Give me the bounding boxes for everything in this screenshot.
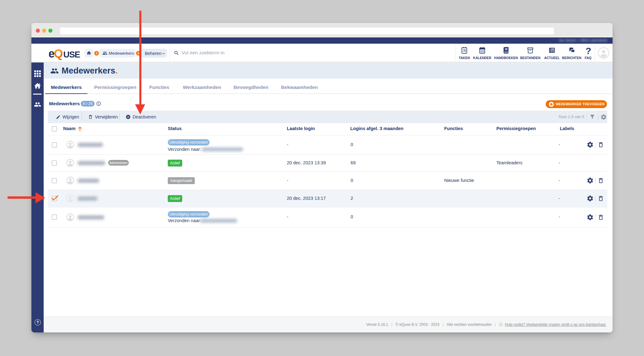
svg-text:Q: Q [54,47,63,60]
svg-text:USE: USE [63,50,80,59]
